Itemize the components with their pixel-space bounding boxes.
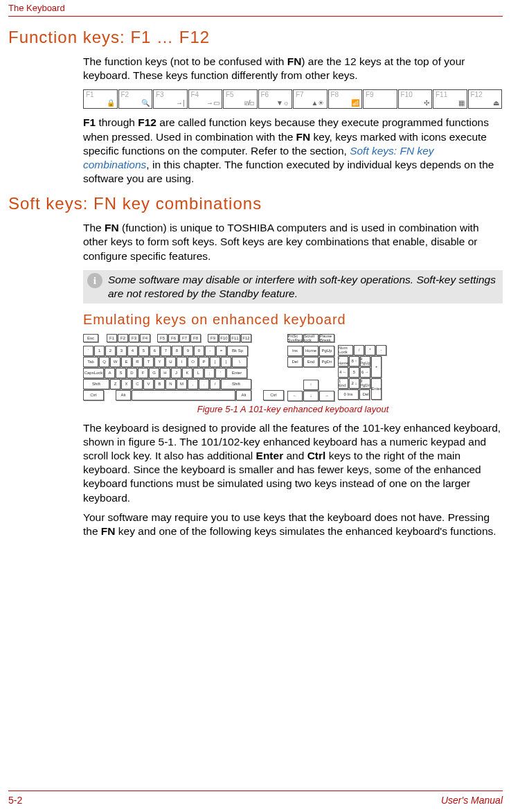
key-alt-left: Alt: [116, 390, 131, 400]
section-heading-function-keys: Function keys: F1 … F12: [8, 26, 503, 48]
key-f7: F7: [179, 334, 190, 342]
key-7: 7: [161, 346, 171, 356]
key-capslock: CapsLock: [83, 368, 104, 378]
key-prtsc: PrtSc SysReq: [287, 334, 303, 342]
key-backtick: `: [83, 346, 93, 356]
key-slash: /: [210, 379, 220, 389]
key-num-3: 3 PgDn: [360, 378, 370, 389]
key-num-1: 1 End: [338, 378, 348, 389]
key-pgup: PgUp: [319, 346, 334, 356]
key-f3-icon: F3→|: [153, 89, 188, 109]
key-8: 8: [172, 346, 182, 356]
key-alt-right: Alt: [236, 390, 251, 400]
figure-caption: Figure 5-1 A 101-key enhanced keyboard l…: [83, 404, 503, 416]
key-num-2: 2 ↓: [349, 378, 359, 389]
key-j: J: [171, 368, 181, 378]
key-space: [132, 390, 235, 400]
key-l: L: [193, 368, 204, 378]
info-icon: i: [87, 273, 102, 288]
key-num-0: 0 Ins: [338, 389, 359, 400]
key-f7-icon: F7▲☀: [293, 89, 328, 109]
key-f10: F10: [219, 334, 229, 342]
fn-bold: FN: [296, 131, 311, 143]
key-ctrl-left: Ctrl: [83, 390, 104, 400]
key-tab: Tab: [83, 357, 98, 367]
key-arrow-down: ↓: [303, 391, 319, 401]
key-p: P: [199, 357, 209, 367]
key-f8-icon: F8📶: [328, 89, 363, 109]
key-2: 2: [105, 346, 116, 356]
text-run: and: [283, 450, 307, 461]
key-r: R: [132, 357, 143, 367]
ctrl-bold: Ctrl: [307, 450, 326, 461]
key-comma: ,: [188, 379, 198, 389]
key-period: .: [199, 379, 209, 389]
key-backslash: \: [232, 357, 247, 367]
key-f9: F9: [208, 334, 218, 342]
enter-bold: Enter: [256, 450, 284, 461]
key-arrow-left: ←: [287, 391, 303, 401]
fn-bold: FN: [101, 525, 116, 537]
key-semicolon: ;: [204, 368, 215, 378]
para-kbd-design: The keyboard is designed to provide all …: [83, 421, 503, 505]
para-fn-intro: The function keys (not to be confused wi…: [83, 55, 503, 82]
key-num-7: 7 Home: [338, 356, 348, 367]
key-m: M: [177, 379, 187, 389]
key-arrow-right: →: [319, 391, 334, 401]
key-arrow-up: ↑: [303, 380, 319, 390]
key-n: N: [165, 379, 176, 389]
key-num-9: 9 PgUp: [360, 356, 370, 367]
key-q: Q: [99, 357, 109, 367]
key-f11-icon: F11▦: [433, 89, 467, 109]
key-z: Z: [110, 379, 120, 389]
key-home: Home: [303, 346, 319, 356]
key-f5-icon: F5⎚/◻: [223, 89, 258, 109]
text-run: The: [83, 222, 105, 233]
keyboard-figure: Esc F1 F2 F3 F4 F5 F6 F7 F8 F9 F10 F11 F…: [83, 334, 503, 401]
key-f4: F4: [140, 334, 150, 342]
key-c: C: [132, 379, 143, 389]
kbd-main-cluster: Esc F1 F2 F3 F4 F5 F6 F7 F8 F9 F10 F11 F…: [83, 334, 284, 401]
key-w: W: [110, 357, 120, 367]
text-run: The function keys (not to be confused wi…: [83, 55, 287, 67]
page-footer: 5-2 User's Manual: [8, 791, 503, 806]
key-f1: F1: [107, 334, 117, 342]
key-minus: -: [205, 346, 215, 356]
f1-bold: F1: [83, 116, 96, 128]
key-lbracket: [: [210, 357, 220, 367]
key-scroll-lock: Scroll lock: [303, 334, 319, 342]
page-number: 5-2: [8, 794, 22, 806]
key-num-mul: *: [365, 345, 375, 355]
text-run: through: [96, 116, 138, 128]
key-num-6: 6 →: [360, 367, 370, 378]
key-num-4: 4 ←: [338, 367, 348, 378]
para-soft-keys: The FN (function) is unique to TOSHIBA c…: [83, 221, 503, 263]
key-num-5: 5: [349, 367, 359, 378]
kbd-numpad-cluster: Num Lock / * - 7 Home 8 ↑ 9 PgUp + 4 ← 5…: [338, 334, 386, 401]
key-numlock: Num Lock: [338, 345, 353, 355]
key-num-div: /: [354, 345, 364, 355]
key-shift-left: Shift: [83, 379, 109, 389]
text-run: (function) is unique to TOSHIBA computer…: [83, 222, 479, 261]
key-num-8: 8 ↑: [349, 356, 359, 367]
key-f10-icon: F10✣: [398, 89, 433, 109]
kbd-nav-cluster: PrtSc SysReq Scroll lock Pause Break Ins…: [287, 334, 334, 401]
function-key-row: F1🔒 F2🔍 F3→| F4→▭ F5⎚/◻ F6▼☼ F7▲☀ F8📶 F9…: [83, 89, 503, 109]
running-head: The Keyboard: [8, 0, 503, 16]
key-f9-icon: F9: [363, 89, 397, 109]
footer-title: User's Manual: [441, 794, 503, 806]
key-v: V: [143, 379, 154, 389]
key-ins: Ins: [287, 346, 303, 356]
fn-bold: FN: [287, 55, 302, 67]
key-s: S: [116, 368, 126, 378]
key-u: U: [165, 357, 176, 367]
key-5: 5: [138, 346, 149, 356]
key-3: 3: [116, 346, 127, 356]
key-num-del: . Del: [359, 389, 370, 400]
key-num-sub: -: [376, 345, 386, 355]
key-f1-icon: F1🔒: [83, 89, 118, 109]
subsection-heading-emulating: Emulating keys on enhanced keyboard: [83, 310, 503, 328]
key-f6-icon: F6▼☼: [258, 89, 293, 109]
key-d: D: [127, 368, 137, 378]
key-6: 6: [150, 346, 160, 356]
